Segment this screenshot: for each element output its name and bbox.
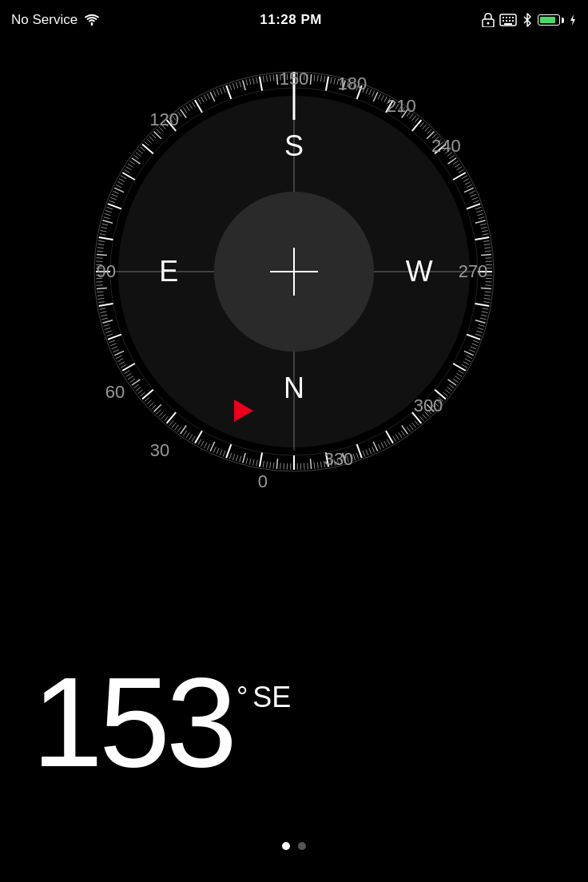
svg-line-213 — [229, 453, 232, 459]
svg-line-279 — [97, 288, 107, 288]
svg-line-263 — [109, 340, 114, 343]
svg-line-203 — [263, 461, 264, 467]
svg-line-278 — [97, 292, 103, 292]
status-left: No Service — [11, 12, 100, 28]
svg-line-311 — [117, 181, 123, 185]
svg-line-308 — [113, 191, 118, 193]
svg-line-273 — [100, 308, 106, 310]
dot-1[interactable] — [282, 842, 290, 850]
svg-line-322 — [138, 149, 143, 153]
dot-2[interactable] — [298, 842, 306, 850]
svg-line-268 — [104, 324, 110, 326]
svg-line-190 — [308, 463, 308, 469]
svg-line-358 — [240, 81, 241, 88]
svg-line-259 — [114, 351, 124, 355]
svg-line-267 — [105, 328, 111, 329]
svg-line-137 — [455, 376, 460, 379]
svg-line-134 — [453, 364, 466, 371]
svg-line-100 — [485, 258, 491, 259]
svg-line-23 — [324, 76, 325, 82]
svg-line-116 — [482, 312, 488, 313]
svg-line-240 — [152, 405, 157, 410]
svg-line-219 — [210, 442, 214, 451]
svg-line-118 — [480, 318, 487, 320]
svg-line-252 — [126, 373, 132, 376]
svg-line-19 — [310, 74, 311, 85]
deg-0: 0 — [258, 471, 268, 492]
keyboard-icon — [499, 14, 517, 26]
svg-line-88 — [479, 217, 485, 219]
svg-line-271 — [101, 315, 107, 316]
svg-line-306 — [110, 197, 116, 200]
svg-line-207 — [249, 459, 251, 465]
svg-line-234 — [167, 412, 177, 423]
svg-line-218 — [213, 447, 216, 452]
svg-line-120 — [479, 324, 485, 326]
red-direction-marker — [234, 399, 264, 422]
svg-line-57 — [425, 127, 429, 132]
svg-line-161 — [399, 432, 402, 438]
svg-line-250 — [129, 379, 135, 382]
deg-240: 240 — [431, 136, 461, 157]
svg-line-162 — [395, 435, 399, 440]
cardinal-n: N — [284, 371, 304, 405]
svg-line-289 — [97, 254, 107, 255]
svg-line-251 — [128, 376, 133, 379]
svg-line-163 — [393, 436, 396, 442]
svg-line-157 — [409, 425, 413, 430]
svg-line-364 — [260, 77, 262, 91]
svg-line-126 — [472, 344, 478, 346]
svg-line-292 — [97, 244, 104, 244]
no-service-text: No Service — [11, 12, 77, 28]
svg-line-76 — [463, 179, 469, 182]
svg-line-244 — [142, 390, 153, 399]
svg-line-237 — [159, 412, 163, 417]
svg-line-133 — [462, 364, 467, 368]
svg-line-26 — [334, 77, 336, 84]
svg-line-242 — [147, 400, 152, 404]
svg-line-341 — [186, 105, 189, 111]
svg-line-276 — [97, 298, 104, 299]
svg-line-113 — [483, 302, 490, 303]
compass-center — [214, 192, 374, 352]
svg-line-275 — [98, 302, 105, 303]
svg-line-125 — [473, 340, 479, 343]
svg-line-221 — [204, 443, 207, 448]
svg-point-1 — [487, 22, 490, 25]
svg-rect-10 — [512, 20, 514, 22]
svg-line-56 — [423, 125, 427, 129]
deg-90: 90 — [97, 261, 116, 282]
status-bar: No Service 11:28 PM — [0, 0, 588, 40]
svg-line-53 — [415, 117, 419, 122]
charging-icon — [569, 14, 577, 26]
svg-line-314 — [122, 173, 135, 180]
svg-line-132 — [463, 362, 469, 365]
svg-line-189 — [310, 459, 311, 469]
svg-line-255 — [121, 364, 126, 368]
svg-line-188 — [314, 463, 315, 469]
svg-line-352 — [220, 88, 222, 93]
deg-30: 30 — [150, 440, 169, 461]
svg-line-345 — [198, 98, 201, 104]
current-direction: SE — [252, 681, 291, 714]
svg-line-320 — [133, 155, 138, 159]
svg-line-224 — [195, 431, 202, 443]
svg-line-327 — [149, 137, 154, 141]
svg-line-298 — [101, 224, 108, 225]
svg-line-295 — [100, 234, 106, 236]
status-time: 11:28 PM — [260, 12, 322, 28]
svg-line-37 — [369, 89, 371, 95]
battery-icon — [538, 14, 564, 26]
battery-fill — [540, 17, 555, 23]
svg-line-166 — [384, 441, 387, 447]
svg-line-170 — [372, 447, 375, 452]
svg-line-165 — [387, 439, 390, 445]
svg-line-353 — [223, 86, 225, 92]
svg-line-340 — [183, 107, 186, 113]
svg-line-86 — [476, 210, 483, 212]
svg-line-130 — [467, 356, 472, 359]
svg-line-187 — [317, 462, 318, 468]
svg-line-98 — [485, 251, 491, 252]
svg-line-202 — [266, 462, 267, 468]
svg-line-93 — [483, 234, 489, 236]
